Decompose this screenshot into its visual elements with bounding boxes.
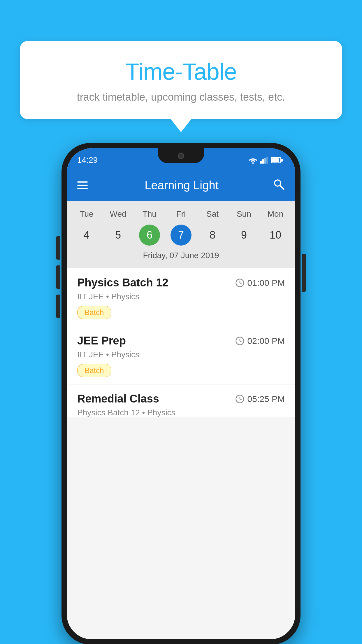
date-cell-9[interactable]: 9: [228, 223, 260, 247]
schedule-item-1-subtitle: IIT JEE • Physics: [77, 292, 285, 301]
date-6-today: 6: [139, 225, 160, 246]
tooltip-card: Time-Table track timetable, upcoming cla…: [20, 41, 342, 119]
wifi-icon: [249, 157, 257, 164]
app-bar: Learning Light: [67, 169, 295, 201]
schedule-item-1-time: 01:00 PM: [235, 278, 285, 288]
search-button[interactable]: [273, 178, 285, 193]
schedule-item-3-subtitle: Physics Batch 12 • Physics: [77, 408, 285, 417]
dates-row: 4 5 6 7 8 9: [67, 223, 295, 247]
menu-button[interactable]: [77, 181, 88, 189]
status-icons: [249, 157, 281, 164]
date-5: 5: [108, 225, 129, 246]
day-wed: Wed: [102, 207, 134, 221]
svg-line-6: [280, 186, 284, 189]
clock-icon-3: [235, 394, 245, 404]
date-cell-4[interactable]: 4: [71, 223, 102, 247]
tooltip-subtitle: track timetable, upcoming classes, tests…: [34, 91, 328, 103]
day-fri: Fri: [165, 207, 197, 221]
days-header: Tue Wed Thu Fri Sat Sun Mon: [67, 207, 295, 221]
schedule-item-1-title: Physics Batch 12: [77, 276, 168, 289]
tooltip-title: Time-Table: [34, 58, 328, 85]
phone-device: 14:29: [61, 143, 301, 644]
calendar-section: Tue Wed Thu Fri Sat Sun Mon 4 5: [67, 201, 295, 268]
svg-point-0: [252, 162, 254, 164]
date-cell-6[interactable]: 6: [134, 223, 165, 247]
schedule-item-3-time: 05:25 PM: [235, 394, 285, 404]
date-9: 9: [233, 225, 254, 246]
svg-rect-3: [264, 158, 266, 164]
batch-badge-2: Batch: [77, 364, 111, 377]
schedule-item-3-title: Remedial Class: [77, 393, 159, 405]
phone-notch: [158, 148, 204, 163]
day-tue: Tue: [71, 207, 102, 221]
date-8: 8: [202, 225, 223, 246]
front-camera: [178, 153, 184, 159]
schedule-item-2-subtitle: IIT JEE • Physics: [77, 350, 285, 359]
schedule-item-2[interactable]: JEE Prep 02:00 PM IIT JEE • Physics Batc…: [67, 326, 295, 384]
day-sat: Sat: [197, 207, 228, 221]
clock-icon-1: [235, 278, 245, 288]
app-title: Learning Light: [99, 179, 264, 192]
schedule-item-2-title: JEE Prep: [77, 335, 126, 347]
schedule-item-1-header: Physics Batch 12 01:00 PM: [77, 276, 285, 289]
schedule-item-2-time: 02:00 PM: [235, 336, 285, 346]
background: Time-Table track timetable, upcoming cla…: [0, 0, 362, 644]
date-10: 10: [265, 225, 286, 246]
svg-rect-2: [262, 159, 264, 164]
signal-icon: [260, 157, 268, 164]
schedule-item-3[interactable]: Remedial Class 05:25 PM Physics Batch 12…: [67, 384, 295, 417]
battery-icon: [271, 157, 281, 163]
svg-rect-1: [260, 161, 262, 164]
date-7-selected: 7: [171, 225, 191, 246]
date-cell-5[interactable]: 5: [102, 223, 134, 247]
date-cell-7[interactable]: 7: [165, 223, 197, 247]
schedule-item-2-header: JEE Prep 02:00 PM: [77, 335, 285, 347]
date-4: 4: [76, 225, 97, 246]
schedule-list: Physics Batch 12 01:00 PM IIT JEE • Phys…: [67, 268, 295, 417]
day-mon: Mon: [260, 207, 291, 221]
selected-date-label: Friday, 07 June 2019: [67, 247, 295, 265]
status-time: 14:29: [77, 155, 98, 165]
day-sun: Sun: [228, 207, 260, 221]
batch-badge-1: Batch: [77, 306, 111, 319]
svg-rect-4: [266, 157, 268, 164]
schedule-item-3-header: Remedial Class 05:25 PM: [77, 393, 285, 405]
clock-icon-2: [235, 336, 245, 346]
schedule-item-1[interactable]: Physics Batch 12 01:00 PM IIT JEE • Phys…: [67, 268, 295, 326]
date-cell-10[interactable]: 10: [260, 223, 291, 247]
day-thu: Thu: [134, 207, 165, 221]
date-cell-8[interactable]: 8: [197, 223, 228, 247]
phone-screen: 14:29: [67, 148, 295, 639]
